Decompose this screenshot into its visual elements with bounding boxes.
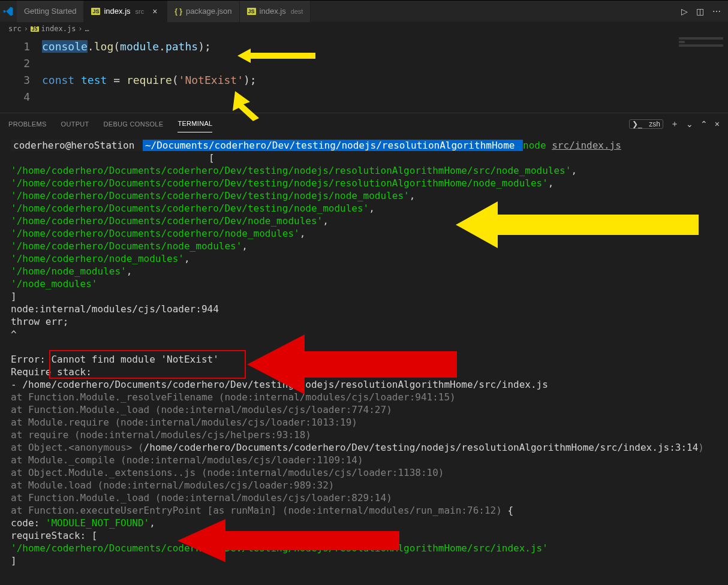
new-terminal-icon[interactable]: ＋: [670, 119, 679, 129]
panel-tab-problems[interactable]: PROBLEMS: [8, 116, 47, 132]
breadcrumb-segment[interactable]: …: [85, 25, 89, 33]
json-file-icon: { }: [175, 7, 182, 16]
editor-tab-bar: Getting Started JS index.js src × { } pa…: [0, 0, 728, 22]
more-icon[interactable]: ⋯: [712, 7, 721, 16]
shell-selector[interactable]: ❯_ zsh: [629, 119, 663, 129]
line-number: 3: [0, 72, 42, 89]
stack-trace-line: at Object.Module._extensions..js (node:i…: [11, 466, 717, 479]
tab-label: index.js: [260, 7, 286, 16]
chevron-right-icon: ›: [78, 25, 82, 33]
terminal-line: Require stack:: [11, 366, 717, 378]
stack-trace-line: at Module._compile (node:internal/module…: [11, 454, 717, 466]
terminal-line: '/home/coderhero/node_modules': [11, 253, 184, 264]
close-icon[interactable]: ×: [150, 7, 160, 16]
terminal-line: '/home/coderhero/Documents/coderhero/nod…: [11, 228, 300, 239]
terminal-line: '/home/coderhero/Documents/coderhero/Dev…: [11, 542, 717, 554]
stack-trace-line: at Function.Module._resolveFilename (nod…: [11, 391, 717, 403]
chevron-right-icon: ›: [24, 25, 28, 33]
terminal-line: '/home/coderhero/Documents/coderhero/Dev…: [11, 203, 369, 214]
stack-trace-line: at Module.require (node:internal/modules…: [11, 416, 717, 429]
tab-index-dest[interactable]: JS index.js dest: [240, 1, 311, 22]
line-number: 2: [0, 55, 42, 72]
error-message: Cannot find module 'NotExist': [46, 354, 219, 365]
js-file-icon: JS: [91, 8, 100, 15]
js-file-icon: JS: [31, 26, 39, 32]
tab-label: Getting Started: [24, 7, 76, 16]
stack-trace-line: at require (node:internal/modules/cjs/he…: [11, 429, 717, 441]
terminal-line: ]: [11, 290, 717, 303]
terminal-line: [: [11, 152, 717, 164]
terminal-line: '/home/coderhero/Documents/coderhero/Dev…: [11, 215, 323, 227]
terminal-line: ^: [11, 328, 717, 340]
panel-tab-terminal[interactable]: TERMINAL: [178, 115, 212, 132]
breadcrumb-segment[interactable]: src: [8, 25, 22, 33]
js-file-icon: JS: [247, 8, 256, 15]
prompt-path: ~/Documents/coderhero/Dev/testing/nodejs…: [143, 140, 523, 151]
stack-trace-line: at Function.Module._load (node:internal/…: [11, 491, 717, 504]
terminal-line: '/home/node_modules': [11, 266, 127, 277]
line-number: 1: [0, 38, 42, 55]
close-panel-icon[interactable]: ×: [715, 119, 720, 129]
maximize-panel-icon[interactable]: ⌃: [700, 119, 708, 129]
terminal-line: '/node_modules': [11, 278, 98, 290]
tab-index-src[interactable]: JS index.js src ×: [84, 1, 167, 22]
terminal-line: - /home/coderhero/Documents/coderhero/De…: [11, 378, 717, 391]
terminal[interactable]: coderhero@heroStation ~/Documents/coderh…: [0, 134, 728, 578]
stack-trace-line: at Module.load (node:internal/modules/cj…: [11, 479, 717, 491]
tab-sublabel: src: [136, 8, 145, 15]
tab-sublabel: dest: [291, 8, 303, 15]
terminal-line: requireStack: [: [11, 529, 717, 542]
stack-trace-line: at Function.Module._load (node:internal/…: [11, 403, 717, 416]
terminal-line: throw err;: [11, 315, 717, 328]
prompt-user: coderhero@heroStation: [11, 140, 143, 151]
prompt-command: src/index.js: [552, 140, 621, 151]
error-code: 'MODULE_NOT_FOUND': [46, 517, 149, 529]
split-editor-icon[interactable]: ◫: [696, 7, 704, 16]
panel-tab-bar: PROBLEMS OUTPUT DEBUG CONSOLE TERMINAL ❯…: [0, 113, 728, 134]
panel-tab-debug[interactable]: DEBUG CONSOLE: [104, 116, 164, 132]
chevron-down-icon[interactable]: ⌄: [686, 119, 693, 129]
terminal-line: ]: [11, 554, 717, 567]
vscode-logo-icon: [0, 1, 17, 22]
breadcrumb-segment[interactable]: index.js: [41, 25, 76, 33]
terminal-line: '/home/coderhero/Documents/coderhero/Dev…: [11, 177, 548, 189]
terminal-line: '/home/coderhero/Documents/node_modules': [11, 240, 242, 252]
line-number: 4: [0, 89, 42, 105]
terminal-icon: ❯_: [632, 120, 642, 128]
terminal-line: '/home/coderhero/Documents/coderhero/Dev…: [11, 165, 571, 176]
terminal-line: '/home/coderhero/Documents/coderhero/Dev…: [11, 190, 410, 201]
code-editor[interactable]: 1 console.log(module.paths); 2 3 const t…: [0, 36, 728, 113]
error-label: Error:: [11, 354, 46, 365]
tab-package-json[interactable]: { } package.json: [167, 1, 239, 22]
tab-label: index.js: [104, 7, 130, 16]
panel-tab-output[interactable]: OUTPUT: [61, 116, 89, 132]
breadcrumb[interactable]: src › JS index.js › …: [0, 22, 728, 36]
minimap[interactable]: [674, 36, 728, 113]
tab-getting-started[interactable]: Getting Started: [17, 1, 84, 22]
terminal-line: node:internal/modules/cjs/loader:944: [11, 303, 717, 315]
tab-label: package.json: [186, 7, 232, 16]
run-icon[interactable]: ▷: [681, 7, 688, 16]
prompt-binary: node: [523, 140, 546, 151]
